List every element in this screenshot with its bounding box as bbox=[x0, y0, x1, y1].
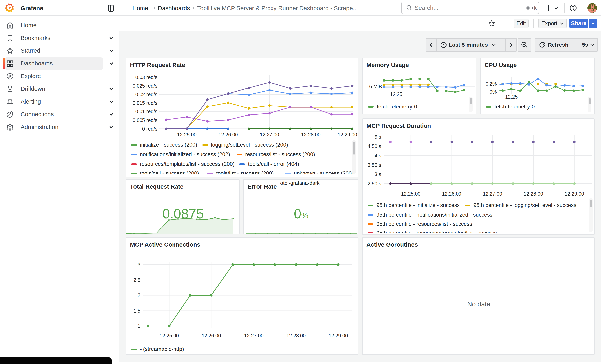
svg-text:3: 3 bbox=[138, 262, 140, 267]
svg-text:1.5: 1.5 bbox=[133, 308, 140, 314]
svg-text:12:28:00: 12:28:00 bbox=[301, 132, 320, 137]
svg-text:12:26:00: 12:26:00 bbox=[218, 132, 238, 137]
svg-text:4.50 s: 4.50 s bbox=[368, 143, 381, 149]
svg-text:1: 1 bbox=[138, 323, 140, 329]
svg-text:12:25:00: 12:25:00 bbox=[401, 191, 420, 197]
svg-text:0.2%: 0.2% bbox=[486, 81, 497, 87]
svg-text:0%: 0% bbox=[490, 89, 497, 95]
svg-text:12:25:00: 12:25:00 bbox=[160, 333, 179, 338]
svg-text:2.5: 2.5 bbox=[133, 277, 140, 283]
svg-text:12:29:00: 12:29:00 bbox=[565, 191, 584, 197]
svg-text:12:27:00: 12:27:00 bbox=[244, 333, 263, 338]
svg-text:12:29:00: 12:29:00 bbox=[338, 132, 357, 137]
svg-text:0.03 req/s: 0.03 req/s bbox=[135, 75, 157, 80]
svg-text:5 s: 5 s bbox=[375, 134, 381, 140]
svg-text:12:27:00: 12:27:00 bbox=[483, 191, 502, 197]
svg-text:0.015 req/s: 0.015 req/s bbox=[132, 100, 157, 106]
svg-text:2.50 s: 2.50 s bbox=[368, 181, 381, 186]
svg-text:12:29:00: 12:29:00 bbox=[329, 333, 348, 338]
svg-text:0.005 req/s: 0.005 req/s bbox=[132, 118, 157, 123]
svg-text:16 MiB: 16 MiB bbox=[367, 84, 382, 89]
svg-text:3.50 s: 3.50 s bbox=[368, 162, 381, 168]
svg-text:12:25: 12:25 bbox=[505, 94, 518, 99]
svg-text:4 s: 4 s bbox=[375, 153, 381, 158]
svg-text:0.025 req/s: 0.025 req/s bbox=[132, 83, 157, 89]
svg-text:12:25:00: 12:25:00 bbox=[177, 132, 196, 137]
svg-text:12:28:00: 12:28:00 bbox=[286, 333, 306, 338]
svg-text:0 req/s: 0 req/s bbox=[142, 126, 157, 132]
svg-text:0.02 req/s: 0.02 req/s bbox=[135, 92, 157, 97]
svg-text:12:27:00: 12:27:00 bbox=[260, 132, 279, 137]
svg-text:12:25: 12:25 bbox=[390, 91, 402, 97]
svg-text:2: 2 bbox=[138, 293, 140, 298]
svg-text:12:26:00: 12:26:00 bbox=[442, 191, 461, 197]
svg-text:3 s: 3 s bbox=[375, 171, 381, 177]
svg-text:12:26:00: 12:26:00 bbox=[202, 333, 221, 338]
svg-text:12:28:00: 12:28:00 bbox=[524, 191, 543, 197]
svg-text:0.01 req/s: 0.01 req/s bbox=[135, 109, 157, 114]
